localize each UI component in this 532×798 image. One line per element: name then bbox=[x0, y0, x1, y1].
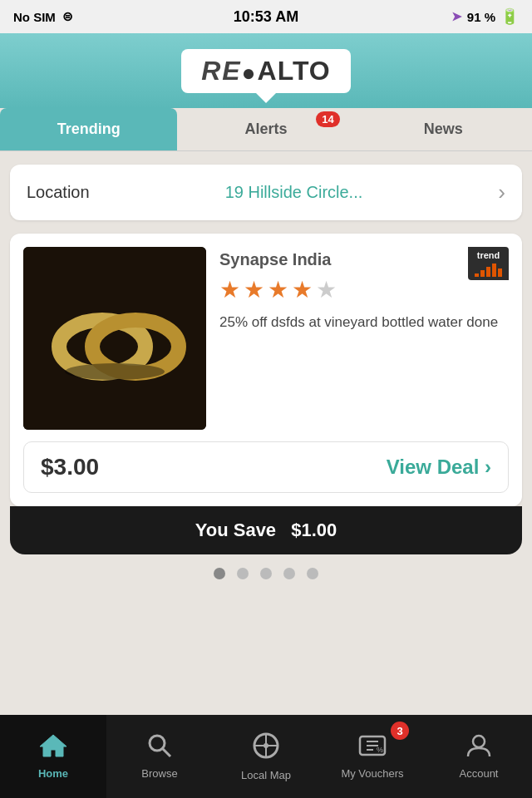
star-2: ★ bbox=[244, 276, 264, 303]
location-label: Location bbox=[27, 183, 90, 202]
tab-trending[interactable]: Trending bbox=[0, 108, 177, 150]
wifi-icon: ⊜ bbox=[62, 9, 73, 24]
home-icon bbox=[39, 733, 67, 764]
battery-icon: 🔋 bbox=[500, 7, 519, 26]
nav-browse-label: Browse bbox=[141, 767, 177, 780]
location-bar[interactable]: Location 19 Hillside Circle... › bbox=[10, 165, 522, 220]
dot-4 bbox=[283, 568, 295, 579]
tab-news[interactable]: News bbox=[355, 108, 532, 150]
dot-3 bbox=[260, 568, 272, 579]
nav-local-map-label: Local Map bbox=[241, 769, 291, 781]
tab-alerts[interactable]: Alerts 14 bbox=[177, 108, 354, 150]
star-4: ★ bbox=[292, 276, 313, 303]
nav-account-label: Account bbox=[460, 767, 499, 780]
star-1: ★ bbox=[219, 276, 240, 303]
clock: 10:53 AM bbox=[234, 8, 298, 25]
deal-description: 25% off dsfds at vineyard bottled water … bbox=[219, 312, 509, 333]
deal-card: trend Synapse India ★ ★ ★ ★ ★ bbox=[10, 234, 522, 506]
map-icon bbox=[252, 732, 280, 766]
nav-browse[interactable]: Browse bbox=[106, 715, 213, 798]
location-arrow-icon: ➤ bbox=[451, 9, 462, 24]
logo-badge: Re●ALTO bbox=[181, 49, 351, 93]
stars-container: ★ ★ ★ ★ ★ bbox=[219, 276, 509, 303]
deal-info: trend Synapse India ★ ★ ★ ★ ★ bbox=[219, 247, 509, 430]
you-save-label: You Save bbox=[195, 520, 276, 540]
dot-2 bbox=[237, 568, 249, 579]
dot-5 bbox=[307, 568, 318, 579]
status-bar: No SIM ⊜ 10:53 AM ➤ 91 % 🔋 bbox=[0, 0, 532, 33]
nav-home[interactable]: Home bbox=[0, 715, 106, 798]
search-icon bbox=[147, 733, 172, 764]
you-save-banner: You Save $1.00 bbox=[10, 506, 522, 554]
carrier-label: No SIM bbox=[13, 10, 56, 24]
app-header: Re●ALTO bbox=[0, 33, 532, 108]
svg-marker-4 bbox=[40, 735, 66, 756]
star-3: ★ bbox=[268, 276, 288, 303]
vouchers-badge: 3 bbox=[391, 722, 409, 740]
view-deal-button[interactable]: View Deal › bbox=[387, 456, 491, 479]
deal-top: trend Synapse India ★ ★ ★ ★ ★ bbox=[23, 247, 509, 430]
deal-price: $3.00 bbox=[41, 454, 99, 480]
logo-triangle bbox=[254, 91, 278, 103]
nav-local-map[interactable]: Local Map bbox=[213, 715, 319, 798]
trend-badge: trend bbox=[468, 247, 509, 280]
svg-point-10 bbox=[264, 743, 268, 748]
tab-bar: Trending Alerts 14 News bbox=[0, 108, 532, 151]
svg-text:%: % bbox=[377, 746, 383, 754]
deal-title: Synapse India bbox=[219, 250, 509, 269]
you-save-amount: $1.00 bbox=[291, 520, 337, 540]
svg-line-6 bbox=[163, 749, 170, 756]
nav-home-label: Home bbox=[38, 767, 68, 780]
bottom-nav: Home Browse Local Map bbox=[0, 715, 532, 798]
svg-point-3 bbox=[65, 363, 165, 380]
location-value: 19 Hillside Circle... bbox=[90, 183, 499, 202]
battery-percent: 91 % bbox=[467, 10, 495, 24]
account-icon bbox=[466, 733, 491, 764]
logo-text: Re●ALTO bbox=[201, 56, 331, 86]
page-dots bbox=[10, 554, 522, 588]
svg-point-16 bbox=[473, 736, 485, 747]
svg-point-5 bbox=[150, 736, 165, 751]
nav-account[interactable]: Account bbox=[426, 715, 532, 798]
vouchers-icon: % bbox=[358, 733, 387, 764]
star-5: ★ bbox=[316, 276, 337, 303]
trend-chart bbox=[475, 262, 502, 277]
price-row[interactable]: $3.00 View Deal › bbox=[23, 441, 509, 493]
deal-image bbox=[23, 247, 206, 430]
location-chevron: › bbox=[498, 180, 505, 205]
alerts-badge: 14 bbox=[316, 111, 339, 127]
dot-1 bbox=[214, 568, 225, 579]
main-content: Location 19 Hillside Circle... › bbox=[0, 151, 532, 601]
nav-vouchers-label: My Vouchers bbox=[341, 767, 403, 780]
nav-my-vouchers[interactable]: % 3 My Vouchers bbox=[319, 715, 426, 798]
